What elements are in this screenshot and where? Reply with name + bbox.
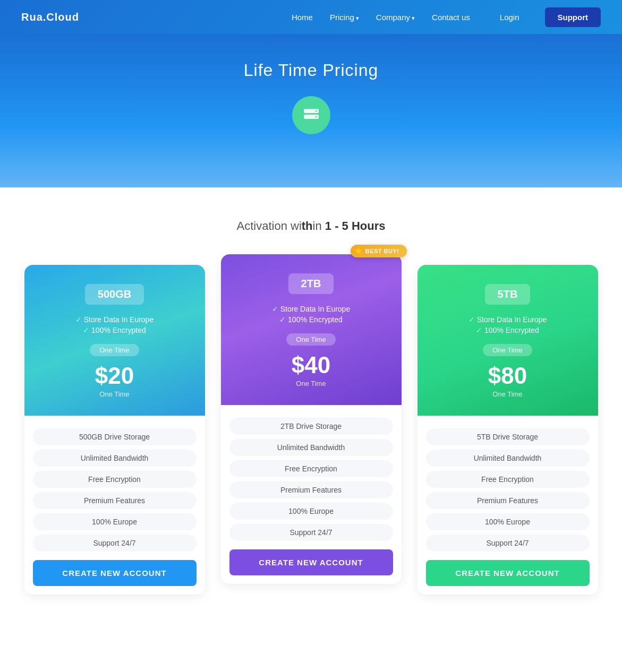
feature-encryption-2tb: Free Encryption (229, 460, 393, 477)
feature-store-5tb: Store Data In Europe (430, 315, 585, 324)
feature-bandwidth-500gb: Unlimited Bandwidth (33, 450, 197, 467)
hero-title: Life Time Pricing (11, 61, 611, 80)
card-bottom-2tb: 2TB Drive Storage Unlimited Bandwidth Fr… (221, 405, 402, 584)
feature-europe-5tb: 100% Europe (426, 513, 590, 530)
svg-point-1 (315, 110, 317, 112)
feature-bandwidth-2tb: Unlimited Bandwidth (229, 439, 393, 456)
nav-pricing[interactable]: Pricing (330, 13, 359, 22)
one-time-badge-500gb: One Time (90, 344, 139, 356)
price-sub-2tb: One Time (296, 380, 326, 387)
cta-button-500gb[interactable]: CREATE NEW ACCOUNT (33, 560, 197, 586)
navbar: Rua.Cloud Home Pricing Company Contact u… (0, 0, 622, 34)
feature-premium-2tb: Premium Features (229, 481, 393, 498)
card-top-features-5tb: Store Data In Europe 100% Encrypted (430, 315, 585, 334)
nav-home[interactable]: Home (292, 13, 313, 22)
nav-login[interactable]: Login (500, 13, 519, 22)
feature-store-2tb: Store Data In Europe (234, 305, 389, 313)
feature-premium-500gb: Premium Features (33, 492, 197, 509)
feature-storage-2tb: 2TB Drive Storage (229, 418, 393, 435)
card-top-2tb: BEST BUY! 2TB Store Data In Europe 100% … (221, 254, 402, 405)
pricing-card-500gb: 500GB Store Data In Europe 100% Encrypte… (24, 265, 205, 595)
feature-europe-500gb: 100% Europe (33, 513, 197, 530)
feature-encryption-500gb: Free Encryption (33, 471, 197, 488)
price-sub-5tb: One Time (492, 390, 522, 398)
feature-bandwidth-5tb: Unlimited Bandwidth (426, 450, 590, 467)
card-top-5tb: 5TB Store Data In Europe 100% Encrypted … (417, 265, 598, 416)
brand-logo[interactable]: Rua.Cloud (21, 11, 79, 23)
pricing-card-5tb: 5TB Store Data In Europe 100% Encrypted … (417, 265, 598, 595)
storage-badge-500gb: 500GB (85, 284, 144, 305)
card-top-features-500gb: Store Data In Europe 100% Encrypted (37, 315, 192, 334)
best-buy-badge: BEST BUY! (351, 245, 407, 257)
feature-store-500gb: Store Data In Europe (37, 315, 192, 324)
price-5tb: $80 (430, 363, 585, 389)
hero-icon (292, 96, 330, 134)
feature-encrypt-500gb: 100% Encrypted (37, 326, 192, 334)
storage-badge-5tb: 5TB (485, 284, 531, 305)
activation-text: Activation within 1 - 5 Hours (11, 219, 611, 233)
feature-encrypt-2tb: 100% Encrypted (234, 315, 389, 324)
one-time-badge-5tb: One Time (483, 344, 532, 356)
nav-contact[interactable]: Contact us (432, 13, 470, 22)
feature-storage-500gb: 500GB Drive Storage (33, 428, 197, 445)
feature-europe-2tb: 100% Europe (229, 503, 393, 520)
feature-encrypt-5tb: 100% Encrypted (430, 326, 585, 334)
feature-storage-5tb: 5TB Drive Storage (426, 428, 590, 445)
one-time-badge-2tb: One Time (286, 333, 335, 346)
feature-support-2tb: Support 24/7 (229, 524, 393, 541)
nav-company[interactable]: Company (376, 13, 415, 22)
pricing-card-2tb: BEST BUY! 2TB Store Data In Europe 100% … (221, 254, 402, 584)
support-button[interactable]: Support (545, 7, 601, 27)
server-icon (302, 106, 321, 125)
price-sub-500gb: One Time (99, 390, 129, 398)
feature-premium-5tb: Premium Features (426, 492, 590, 509)
hero-section: Life Time Pricing (0, 34, 622, 187)
card-bottom-5tb: 5TB Drive Storage Unlimited Bandwidth Fr… (417, 416, 598, 595)
card-bottom-500gb: 500GB Drive Storage Unlimited Bandwidth … (24, 416, 205, 595)
feature-encryption-5tb: Free Encryption (426, 471, 590, 488)
svg-point-3 (315, 116, 317, 118)
cta-button-5tb[interactable]: CREATE NEW ACCOUNT (426, 560, 590, 586)
cta-button-2tb[interactable]: CREATE NEW ACCOUNT (229, 549, 393, 575)
storage-badge-2tb: 2TB (288, 273, 334, 294)
price-500gb: $20 (37, 363, 192, 389)
feature-support-5tb: Support 24/7 (426, 535, 590, 552)
nav-links: Home Pricing Company Contact us Login Su… (292, 7, 601, 27)
activation-section: Activation within 1 - 5 Hours (0, 187, 622, 249)
card-top-500gb: 500GB Store Data In Europe 100% Encrypte… (24, 265, 205, 416)
price-2tb: $40 (234, 352, 389, 378)
pricing-section: 500GB Store Data In Europe 100% Encrypte… (0, 249, 622, 626)
card-top-features-2tb: Store Data In Europe 100% Encrypted (234, 305, 389, 324)
feature-support-500gb: Support 24/7 (33, 535, 197, 552)
